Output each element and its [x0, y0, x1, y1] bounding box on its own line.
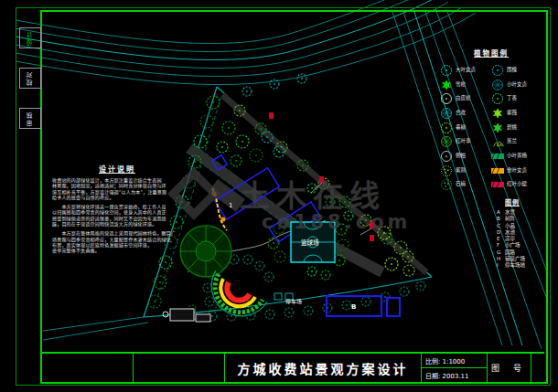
plant-symbol-icon — [440, 177, 453, 190]
plant-legend-item: 丁香 — [491, 90, 542, 105]
title-block-empty-cell-2 — [133, 354, 224, 382]
design-notes-title: 设计说明 — [52, 164, 182, 174]
plant-legend-item: 雪松 — [440, 77, 491, 91]
symbol-legend-item: G园路 — [497, 249, 547, 256]
project-title: 方城收费站景观方案设计 — [224, 354, 421, 382]
plant-symbol-icon — [491, 78, 504, 90]
plant-legend-item: 垂柳 — [440, 120, 491, 134]
symbol-legend-item: B树阵 — [497, 216, 547, 222]
plant-symbol-icon — [440, 134, 453, 147]
plant-legend-item: 大叶女贞 — [440, 62, 491, 77]
symbol-legend-item: C小品 — [497, 223, 547, 229]
design-notes: 设计说明 收费站的内部绿化设计，本方案注重设计结合生态园林景观，因地制宜，适地适… — [52, 164, 182, 258]
plant-legend-item: 国槐 — [491, 62, 542, 77]
plant-symbol-icon — [440, 121, 453, 133]
title-block-empty-cell-1 — [42, 354, 133, 382]
plant-symbol-icon — [491, 164, 504, 176]
cad-drawing-sheet: 土木在线 co188.com 篮球场 停车场 1 B 设计校对审核 设计说明 收… — [0, 0, 558, 392]
design-notes-paragraph: 本方案在整体风格的营造上采用现代园林特色，醒目广场景观与四季常青相呼应，大量配置… — [52, 230, 182, 253]
plant-symbol-icon — [491, 134, 504, 147]
plant-legend: 植物图例 大叶女贞雪松白皮松合欢垂柳红叶李侧柏紫荆石楠 国槐小叶女贞丁香紫薇碧桃… — [440, 48, 542, 191]
plant-symbol-icon — [440, 106, 453, 119]
plant-legend-item: 葱兰 — [491, 133, 542, 148]
plant-name-label: 小叶女贞 — [507, 80, 527, 88]
symbol-legend: 图例 A水景B树阵C小品D水池E凉亭F小广场G园路H铺装广场I停车场地 — [497, 197, 547, 270]
plant-symbol-icon — [440, 63, 453, 76]
plant-legend-item: 石楠 — [440, 177, 491, 192]
plant-name-label: 垂柳 — [456, 123, 466, 131]
plant-legend-item: 白皮松 — [440, 90, 491, 105]
plant-legend-item: 碧桃 — [491, 120, 542, 134]
plant-name-label: 侧柏 — [456, 152, 466, 159]
symbol-legend-item: I停车场地 — [497, 262, 547, 269]
plant-symbol-icon — [440, 149, 453, 162]
plant-symbol-icon — [440, 91, 453, 104]
plant-legend-item: 红叶小檗 — [491, 177, 542, 192]
scale-label: 比例: 1:1000 — [422, 354, 487, 368]
plant-legend-item: 小叶女贞 — [491, 77, 542, 91]
drawing-number-cell: 图 号 — [487, 354, 531, 382]
signature-box: 校对 — [19, 68, 41, 89]
plant-name-label: 红叶李 — [456, 137, 471, 144]
plant-symbol-icon — [491, 91, 504, 104]
plant-name-label: 石楠 — [456, 180, 466, 187]
plant-name-label: 大叶女贞 — [456, 66, 476, 73]
plant-name-label: 丁香 — [507, 94, 517, 101]
plant-legend-item: 金叶女贞 — [491, 163, 542, 177]
plant-symbol-icon — [491, 177, 504, 190]
plant-name-label: 小叶黄杨 — [507, 152, 527, 159]
plant-name-label: 合欢 — [456, 109, 466, 116]
plant-name-label: 葱兰 — [507, 137, 517, 144]
plant-name-label: 红叶小檗 — [507, 180, 527, 187]
plant-symbol-icon — [440, 164, 453, 176]
signature-box: 审核 — [19, 108, 41, 129]
plant-name-label: 白皮松 — [456, 94, 471, 101]
plant-legend-item: 侧柏 — [440, 148, 491, 163]
plant-symbol-icon — [491, 106, 504, 119]
design-notes-paragraph: 收费站的内部绿化设计，本方案注重设计结合生态园林景观，因地制宜，适地适树；同时充… — [52, 177, 182, 200]
plant-symbol-icon — [440, 78, 453, 90]
plant-legend-item: 合欢 — [440, 105, 491, 120]
plant-name-label: 紫荆 — [456, 166, 466, 174]
plant-legend-column-left: 大叶女贞雪松白皮松合欢垂柳红叶李侧柏紫荆石楠 — [440, 62, 491, 191]
symbol-legend-item: F小广场 — [497, 242, 547, 249]
symbol-legend-list: A水景B树阵C小品D水池E凉亭F小广场G园路H铺装广场I停车场地 — [497, 209, 547, 270]
plant-legend-item: 小叶黄杨 — [491, 148, 542, 163]
plant-legend-item: 红叶李 — [440, 133, 491, 148]
signature-box: 设计 — [19, 27, 41, 48]
plant-name-label: 紫薇 — [507, 109, 517, 116]
plant-symbol-icon — [491, 63, 504, 76]
plant-legend-item: 紫薇 — [491, 105, 542, 120]
symbol-legend-title: 图例 — [497, 197, 528, 207]
design-notes-paragraph: 本方案将绿化环境这一理念贯穿始终，给工作人员以归属感和四季常青的绿化空间，使身入… — [52, 204, 182, 227]
date-label: 日期: 2003.11 — [422, 368, 487, 382]
title-block: 方城收费站景观方案设计 比例: 1:1000 日期: 2003.11 图 号 — [42, 352, 544, 382]
plant-legend-item: 紫荆 — [440, 163, 491, 177]
plant-name-label: 国槐 — [507, 66, 517, 73]
title-block-empty-cell-3 — [531, 354, 544, 382]
plant-symbol-icon — [491, 121, 504, 133]
plant-legend-title: 植物图例 — [440, 48, 542, 58]
plant-name-label: 碧桃 — [507, 123, 517, 131]
scale-date-cell: 比例: 1:1000 日期: 2003.11 — [421, 354, 487, 382]
plant-legend-column-right: 国槐小叶女贞丁香紫薇碧桃葱兰小叶黄杨金叶女贞红叶小檗 — [491, 62, 542, 191]
design-notes-body: 收费站的内部绿化设计，本方案注重设计结合生态园林景观，因地制宜，适地适树；同时充… — [52, 177, 182, 254]
plant-name-label: 雪松 — [456, 80, 466, 88]
plant-name-label: 金叶女贞 — [507, 166, 527, 174]
plant-symbol-icon — [491, 149, 504, 162]
